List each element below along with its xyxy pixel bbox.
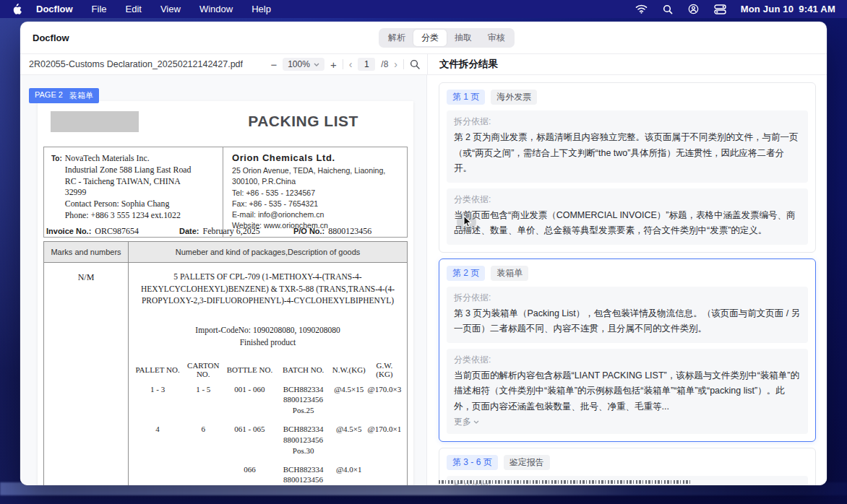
split-reason-label: 拆分依据: — [454, 116, 801, 128]
toolbar: 2R02055-Customs Declaration_202502121424… — [20, 54, 827, 75]
zoom-level-dropdown[interactable]: 100% — [283, 58, 324, 71]
page-classification-badge: PAGE 2 装箱单 — [29, 88, 99, 103]
date-label: Date: — [179, 227, 199, 235]
menu-help[interactable]: Help — [251, 4, 271, 14]
col-description-header: Numeber and kind of packages,Description… — [129, 242, 407, 262]
docflow-window: Docflow 解析 分类 抽取 审核 2R02055-Customs Decl… — [20, 22, 827, 485]
table-row: 1 - 3 1 - 5 001 - 060 BCH882334 88001234… — [133, 381, 403, 422]
description-cell: 5 PALLETS OF CPL-709 (1-METHOXY-4-(TRANS… — [129, 263, 407, 485]
chevron-down-icon — [314, 63, 319, 66]
po-no-label: P/O No.: — [293, 227, 324, 235]
split-reason-text: 第 3 页为装箱单（Packing List），包含包装详情及物流信息。（该页面… — [454, 306, 801, 337]
split-reason-label: 拆分依据: — [454, 292, 801, 304]
page-total: /8 — [381, 59, 388, 69]
split-reason-text: 第 2 页为商业发票，标题清晰且内容独立完整。该页面属于不同类别的文件，与前一页… — [454, 130, 801, 177]
invoice-no-label: Invoice No.: — [46, 227, 91, 235]
mode-tabs: 解析 分类 抽取 审核 — [379, 28, 515, 48]
menu-view[interactable]: View — [160, 4, 181, 14]
badge-doc-type: 装箱单 — [69, 90, 93, 101]
menubar-clock[interactable]: Mon Jun 10 9:41 AM — [741, 4, 835, 14]
tab-review[interactable]: 审核 — [480, 30, 513, 46]
split-reason-section: 拆分依据: 第 3 页为装箱单（Packing List），包含包装详情及物流信… — [447, 287, 808, 343]
window-header: Docflow 解析 分类 抽取 审核 — [20, 22, 827, 54]
apple-icon — [12, 4, 22, 15]
address-table: To: NovaTech Materials Inc. Industrial Z… — [43, 147, 408, 238]
import-code-block: Import-CodeNo: 1090208080, 1090208080 Fi… — [133, 324, 403, 349]
menu-file[interactable]: File — [92, 4, 107, 14]
pdf-viewer-pane[interactable]: PAGE 2 装箱单 PACKING LIST To: NovaTech Mat… — [20, 75, 427, 485]
invoice-no-value: ORC987654 — [95, 226, 139, 237]
tab-parse[interactable]: 解析 — [380, 30, 413, 46]
apple-menu[interactable] — [12, 4, 22, 15]
split-results-panel: 第 1 页 海外发票 拆分依据: 第 2 页为商业发票，标题清晰且内容独立完整。… — [427, 75, 827, 485]
document-title: PACKING LIST — [218, 113, 388, 130]
result-card-page2[interactable]: 第 2 页 装箱单 拆分依据: 第 3 页为装箱单（Packing List），… — [439, 258, 816, 443]
shipper-line: Fax: +86 - 535 - 7654321 — [232, 199, 398, 209]
consignee-cell: To: NovaTech Materials Inc. Industrial Z… — [44, 147, 223, 237]
page-range-badge: 第 3 - 6 页 — [447, 455, 498, 470]
page-number-input[interactable] — [358, 58, 375, 71]
results-panel-title: 文件拆分结果 — [439, 58, 498, 71]
chevron-down-icon — [473, 420, 479, 424]
spotlight-search-icon[interactable] — [663, 4, 673, 14]
shipper-line: E-mail: info@orionchem.cn — [232, 209, 398, 220]
class-reason-label: 分类依据: — [454, 194, 801, 206]
marks-cell: N/M — [44, 263, 129, 485]
clock-time: 9:41 AM — [799, 4, 835, 14]
clock-date: Mon Jun 10 — [741, 4, 794, 14]
pallet-header-row: PALLET NO. CARTON NO. BOTTLE NO. BATCH N… — [133, 360, 403, 381]
table-row: 066 BCH882334 8800123456 Pos.35 @4.0×1 — [133, 461, 403, 485]
packing-table-header: Marks and numbers Numeber and kind of pa… — [44, 242, 407, 263]
class-reason-label: 分类依据: — [454, 354, 801, 366]
badge-page-number: PAGE 2 — [35, 90, 63, 101]
toolbar-separator — [343, 59, 343, 69]
page-range-badge: 第 1 页 — [447, 90, 485, 105]
import-code-line: Import-CodeNo: 1090208080, 1090208080 — [133, 324, 403, 336]
consignee-line: 32999 — [65, 187, 192, 199]
consignee-line: RC - Taicheng TAIWAN, CHINA — [65, 176, 192, 188]
zoom-level-value: 100% — [288, 59, 310, 69]
control-center-icon[interactable] — [714, 4, 726, 14]
next-page-button[interactable]: › — [394, 59, 397, 69]
shipper-name: Orion Chemicals Ltd. — [232, 152, 398, 163]
consignee-line: Contact Person: Sophia Chang — [65, 199, 192, 210]
search-icon[interactable] — [410, 59, 420, 69]
zoom-out-button[interactable]: − — [270, 59, 277, 70]
packing-table-body: N/M 5 PALLETS OF CPL-709 (1-METHOXY-4-(T… — [44, 263, 407, 485]
shipper-cell: Orion Chemicals Ltd. 25 Orion Avenue, TE… — [223, 147, 407, 237]
result-card-page1[interactable]: 第 1 页 海外发票 拆分依据: 第 2 页为商业发票，标题清晰且内容独立完整。… — [439, 82, 816, 253]
goods-description: 5 PALLETS OF CPL-709 (1-METHOXY-4-(TRANS… — [137, 271, 399, 307]
more-link[interactable]: 更多 — [454, 416, 479, 428]
finished-product-line: Finished product — [133, 336, 403, 349]
packing-table: Marks and numbers Numeber and kind of pa… — [43, 241, 408, 485]
result-cards: 第 1 页 海外发票 拆分依据: 第 2 页为商业发票，标题清晰且内容独立完整。… — [439, 82, 816, 485]
document-filename: 2R02055-Customs Declaration_202502121424… — [29, 59, 243, 69]
consignee-line: Phone: +886 3 555 1234 ext.1022 — [65, 210, 192, 222]
macos-menubar: Docflow File Edit View Window Help — [0, 0, 847, 18]
invoice-meta-row: Invoice No.: ORC987654 Date: February 6,… — [43, 226, 408, 237]
menubar-app-name[interactable]: Docflow — [36, 4, 73, 14]
prev-page-button[interactable]: ‹ — [349, 59, 353, 69]
class-reason-text: 当前页面的解析内容包含标题“LIANT PACKING LIST”，该标题与文件… — [454, 368, 801, 415]
wifi-icon[interactable] — [635, 4, 648, 14]
po-no-value: 8800123456 — [328, 226, 371, 237]
class-reason-text: 当前页面包含“商业发票（COMMERCIAL INVOICE）”标题，表格中涵盖… — [454, 208, 801, 239]
split-reason-section: 拆分依据: 第 2 页为商业发票，标题清晰且内容独立完整。该页面属于不同类别的文… — [447, 110, 808, 183]
to-label: To: — [51, 155, 62, 222]
table-row: 4 6 061 - 065 BCH882334 8800123456 Pos.3… — [133, 421, 403, 461]
pdf-page-sheet: PACKING LIST To: NovaTech Materials Inc.… — [38, 101, 413, 485]
doc-type-badge: 装箱单 — [491, 266, 528, 281]
date-value: February 6,2025 — [203, 226, 260, 237]
doc-type-badge: 海外发票 — [491, 90, 537, 105]
pallet-detail-table: PALLET NO. CARTON NO. BOTTLE NO. BATCH N… — [133, 360, 403, 485]
menu-edit[interactable]: Edit — [126, 4, 142, 14]
class-reason-section: 分类依据: 当前页面的解析内容包含标题“LIANT PACKING LIST”，… — [447, 349, 808, 435]
menu-window[interactable]: Window — [199, 4, 233, 14]
tab-extract[interactable]: 抽取 — [447, 30, 480, 46]
tab-classify[interactable]: 分类 — [413, 30, 447, 46]
user-account-icon[interactable] — [688, 4, 699, 14]
card-header: 第 2 页 装箱单 — [447, 266, 808, 281]
col-marks-header: Marks and numbers — [44, 242, 129, 262]
toolbar-separator — [403, 59, 404, 69]
zoom-in-button[interactable]: + — [330, 59, 337, 70]
